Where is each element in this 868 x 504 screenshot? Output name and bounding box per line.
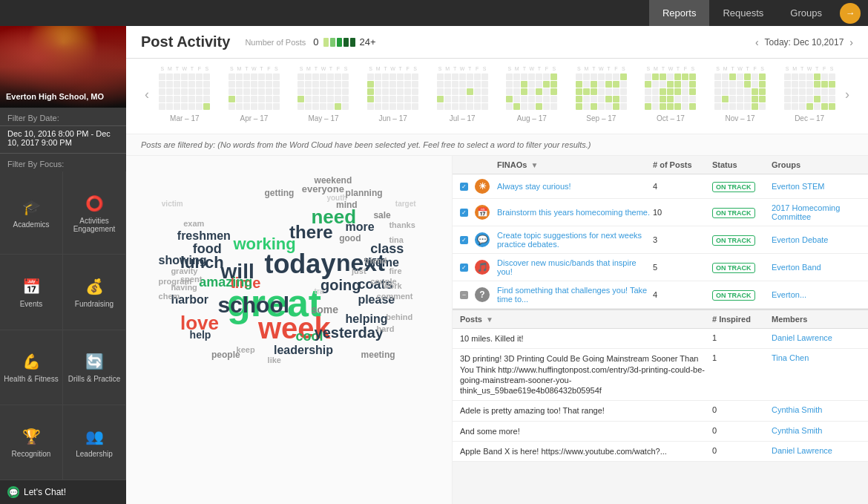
heatmap-cell[interactable] — [591, 88, 597, 95]
heatmap-cell[interactable] — [605, 96, 612, 102]
heatmap-cell[interactable] — [752, 73, 758, 80]
group-link[interactable]: Everton... — [772, 290, 861, 299]
heatmap-cell[interactable] — [412, 96, 418, 102]
heatmap-cell[interactable] — [236, 88, 243, 95]
heatmap-cell[interactable] — [297, 81, 304, 88]
heatmap-cell[interactable] — [536, 73, 542, 80]
heatmap-cell[interactable] — [335, 96, 341, 102]
heatmap-cell[interactable] — [620, 96, 627, 102]
heatmap-cell[interactable] — [174, 81, 180, 88]
heatmap-cell[interactable] — [236, 103, 243, 110]
group-link[interactable]: Everton STEM — [772, 182, 861, 191]
heatmap-cell[interactable] — [652, 103, 659, 110]
word-cloud-word[interactable]: work — [383, 282, 402, 290]
heatmap-cell[interactable] — [759, 81, 766, 88]
heatmap-cell[interactable] — [452, 88, 458, 95]
heatmap-cell[interactable] — [806, 88, 813, 95]
heatmap-cell[interactable] — [620, 73, 627, 80]
heatmap-cell[interactable] — [792, 81, 798, 88]
heatmap-cell[interactable] — [467, 103, 473, 110]
word-cloud-word[interactable]: thanks — [389, 221, 415, 229]
heatmap-cell[interactable] — [821, 103, 828, 110]
heatmap-cell[interactable] — [521, 103, 527, 110]
heatmap-cell[interactable] — [752, 88, 758, 95]
table-row[interactable]: ☀Always stay curious!4ON TRACKEverton ST… — [453, 174, 868, 199]
heatmap-cell[interactable] — [404, 73, 411, 80]
heatmap-cell[interactable] — [236, 81, 243, 88]
heatmap-cell[interactable] — [729, 73, 736, 80]
row-checkbox[interactable] — [460, 236, 468, 244]
heatmap-cell[interactable] — [620, 81, 627, 88]
heatmap-cell[interactable] — [737, 96, 743, 102]
heatmap-cell[interactable] — [367, 88, 374, 95]
heatmap-cell[interactable] — [682, 88, 688, 95]
heatmap-cell[interactable] — [437, 88, 444, 95]
group-link[interactable]: 2017 Homecoming Committee — [772, 203, 861, 221]
word-cloud-word[interactable]: just — [352, 267, 366, 275]
heatmap-cell[interactable] — [513, 81, 520, 88]
heatmap-cell[interactable] — [784, 81, 791, 88]
word-cloud-word[interactable]: helping — [346, 313, 388, 325]
heatmap-cell[interactable] — [513, 103, 520, 110]
heatmap-cell[interactable] — [467, 88, 473, 95]
heatmap-cell[interactable] — [613, 96, 619, 102]
word-cloud-word[interactable]: comment — [377, 292, 413, 301]
heatmap-cell[interactable] — [203, 88, 210, 95]
word-cloud-word[interactable]: freshmen — [177, 230, 231, 242]
heatmap-cell[interactable] — [543, 88, 550, 95]
heatmap-cell[interactable] — [444, 81, 451, 88]
heatmap-cell[interactable] — [536, 103, 542, 110]
heatmap-cell[interactable] — [382, 81, 389, 88]
word-cloud-word[interactable]: planning — [346, 189, 383, 197]
word-cloud-word[interactable]: victim — [162, 200, 183, 208]
row-checkbox[interactable] — [460, 209, 468, 217]
heatmap-cell[interactable] — [613, 88, 619, 95]
heatmap-next-arrow[interactable]: › — [841, 87, 853, 102]
heatmap-cell[interactable] — [682, 103, 688, 110]
heatmap-cell[interactable] — [342, 96, 349, 102]
member-link[interactable]: Cynthia Smith — [772, 405, 861, 414]
heatmap-cell[interactable] — [452, 81, 458, 88]
nav-requests[interactable]: Requests — [709, 0, 777, 26]
table-row[interactable]: 📅Brainstorm this years homecoming theme.… — [453, 199, 868, 226]
word-cloud-word[interactable]: everyone — [302, 184, 344, 194]
heatmap-cell[interactable] — [320, 73, 326, 80]
heatmap-cell[interactable] — [784, 73, 791, 80]
word-cloud-word[interactable]: help — [190, 330, 211, 340]
heatmap-cell[interactable] — [799, 96, 806, 102]
heatmap-cell[interactable] — [737, 88, 743, 95]
heatmap-cell[interactable] — [799, 73, 806, 80]
heatmap-cell[interactable] — [714, 96, 721, 102]
heatmap-cell[interactable] — [320, 88, 326, 95]
word-cloud-word[interactable]: tina — [389, 236, 404, 244]
heatmap-cell[interactable] — [550, 103, 557, 110]
heatmap-cell[interactable] — [744, 96, 751, 102]
heatmap-cell[interactable] — [521, 81, 527, 88]
heatmap-cell[interactable] — [613, 103, 619, 110]
heatmap-cell[interactable] — [645, 88, 651, 95]
heatmap-cell[interactable] — [591, 103, 597, 110]
heatmap-cell[interactable] — [312, 73, 319, 80]
heatmap-cell[interactable] — [550, 81, 557, 88]
word-cloud-word[interactable]: like — [268, 356, 281, 364]
heatmap-cell[interactable] — [752, 96, 758, 102]
heatmap-cell[interactable] — [674, 88, 681, 95]
heatmap-cell[interactable] — [203, 73, 210, 80]
heatmap-cell[interactable] — [305, 96, 312, 102]
heatmap-cell[interactable] — [305, 88, 312, 95]
heatmap-cell[interactable] — [799, 81, 806, 88]
heatmap-cell[interactable] — [327, 88, 334, 95]
heatmap-cell[interactable] — [598, 88, 605, 95]
heatmap-cell[interactable] — [481, 103, 488, 110]
heatmap-cell[interactable] — [829, 96, 835, 102]
heatmap-cell[interactable] — [660, 88, 666, 95]
heatmap-cell[interactable] — [814, 81, 821, 88]
heatmap-cell[interactable] — [660, 73, 666, 80]
heatmap-cell[interactable] — [759, 103, 766, 110]
word-cloud-word[interactable]: showing — [159, 255, 207, 266]
heatmap-cell[interactable] — [521, 88, 527, 95]
heatmap-cell[interactable] — [203, 103, 210, 110]
list-item[interactable]: And some more!0Cynthia Smith — [453, 422, 868, 442]
heatmap-cell[interactable] — [203, 96, 210, 102]
heatmap-cell[interactable] — [174, 73, 180, 80]
